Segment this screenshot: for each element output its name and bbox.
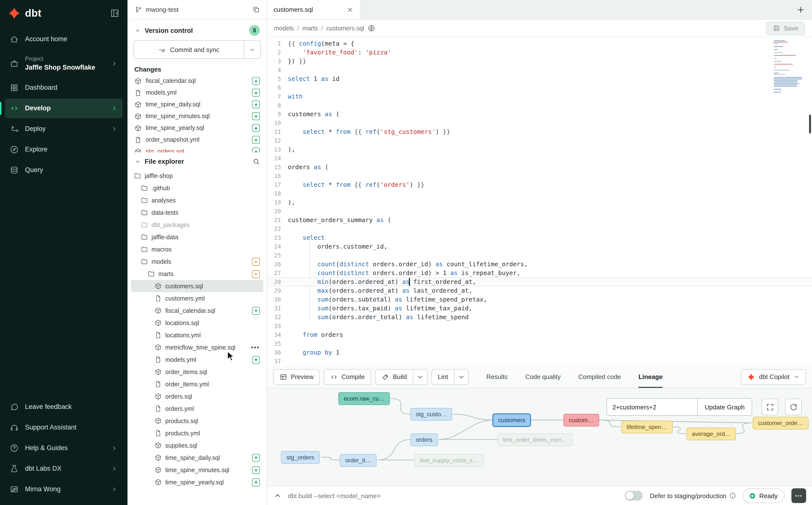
- tree-item-supplies-sql[interactable]: supplies.sql: [131, 439, 263, 452]
- collapse-sidebar-icon[interactable]: [110, 8, 120, 18]
- code-line-13[interactable]: 13),: [267, 145, 812, 154]
- stage-add-icon[interactable]: +: [252, 136, 260, 144]
- code-line-15[interactable]: 15orders as (: [267, 163, 812, 172]
- tree-item-orders-sql[interactable]: orders.sql: [131, 390, 263, 402]
- dbt-copilot-button[interactable]: dbt Copilot: [741, 369, 806, 385]
- commit-and-sync-button[interactable]: Commit and sync: [134, 41, 244, 58]
- file-explorer-header[interactable]: File explorer: [128, 153, 267, 169]
- change-row-models-yml[interactable]: models.yml+: [131, 87, 263, 99]
- code-line-28[interactable]: 28 min(orders.ordered_at) as first_order…: [267, 278, 812, 286]
- change-row-stg-orders-sql[interactable]: stg_orders.sql+: [131, 146, 263, 153]
- tree-item-orders-yml[interactable]: orders.yml: [131, 402, 263, 415]
- sidebar-item-dashboard[interactable]: Dashboard: [5, 78, 123, 98]
- fullscreen-button[interactable]: [762, 398, 778, 415]
- tree-item-locations-sql[interactable]: locations.sql: [131, 317, 263, 329]
- code-line-1[interactable]: 1{{ config(meta = {: [267, 39, 812, 48]
- code-line-20[interactable]: 20: [267, 207, 812, 216]
- code-line-2[interactable]: 2 'favorite_food': 'pizza': [267, 48, 812, 57]
- code-line-5[interactable]: 5select 1 as id: [267, 74, 812, 83]
- code-editor[interactable]: 1{{ config(meta = {2 'favorite_food': 'p…: [267, 37, 812, 366]
- code-line-21[interactable]: 21customer_orders_summary as (: [267, 216, 812, 224]
- tree-item-models-yml[interactable]: models.yml+: [131, 353, 263, 366]
- change-row-fiscal-calendar-sql[interactable]: fiscal_calendar.sql+: [131, 75, 263, 87]
- code-line-18[interactable]: 18: [267, 189, 812, 198]
- build-options-button[interactable]: [413, 369, 427, 384]
- build-button[interactable]: Build: [375, 369, 413, 384]
- tree-item-fiscal-calendar-sql[interactable]: fiscal_calendar.sql+: [131, 305, 263, 317]
- stage-add-icon[interactable]: +: [252, 112, 260, 120]
- compile-button[interactable]: Compile: [324, 369, 371, 385]
- lineage-node-stg-custo[interactable]: stg_custo…: [411, 408, 452, 421]
- code-line-25[interactable]: 25: [267, 251, 812, 260]
- code-line-14[interactable]: 14: [267, 154, 812, 163]
- tree-item-metricflow-time-spine-sql[interactable]: metricflow_time_spine.sql•••: [131, 341, 263, 353]
- refresh-graph-button[interactable]: [785, 398, 802, 415]
- code-line-6[interactable]: 6: [267, 83, 812, 92]
- tab-compiled-code[interactable]: Compiled code: [579, 366, 621, 388]
- close-icon[interactable]: [347, 6, 353, 13]
- code-line-29[interactable]: 29 max(orders.ordered_at) as last_ordere…: [267, 286, 812, 295]
- code-line-23[interactable]: 23 select: [267, 233, 812, 242]
- tree-item-jaffle-shop[interactable]: jaffle-shop: [131, 170, 263, 182]
- stage-add-icon[interactable]: +: [252, 89, 260, 97]
- stage-add-icon[interactable]: +: [252, 148, 260, 153]
- sidebar-item-deploy[interactable]: Deploy: [5, 119, 123, 139]
- sidebar-item-help-guides[interactable]: Help & Guides: [5, 438, 123, 458]
- code-line-17[interactable]: 17 select * from {{ ref('orders') }}: [267, 180, 812, 189]
- lineage-node-order-it[interactable]: order_it…: [340, 454, 376, 467]
- tab-customers-sql[interactable]: customers.sql: [267, 0, 360, 19]
- code-line-36[interactable]: 36 group by 1: [267, 348, 812, 357]
- tree-item-marts[interactable]: marts•: [131, 268, 263, 280]
- code-line-10[interactable]: 10: [267, 119, 812, 128]
- lineage-node-ecom-raw-cu[interactable]: ecom.raw_cu…: [338, 392, 390, 405]
- tree-item-dbt-packages[interactable]: dbt_packages: [131, 219, 263, 231]
- tree-item-customers-sql[interactable]: customers.sql: [131, 280, 263, 292]
- editor-scrollbar-thumb[interactable]: [809, 115, 811, 133]
- more-options-button[interactable]: ⋯: [791, 488, 806, 503]
- lineage-node-stg-orders[interactable]: stg_orders: [281, 451, 319, 464]
- lineage-node-customers[interactable]: customers: [493, 414, 531, 427]
- copy-branch-icon[interactable]: [253, 6, 260, 13]
- tree-item-time-spine-daily-sql[interactable]: time_spine_daily.sql+: [131, 452, 263, 464]
- minimap[interactable]: [774, 40, 804, 95]
- breadcrumb-segment[interactable]: marts: [303, 25, 318, 32]
- lineage-node-lifetime-spen[interactable]: lifetime_spen…: [621, 421, 672, 434]
- sidebar-item-query[interactable]: Query: [5, 160, 123, 180]
- tree-item-jaffle-data[interactable]: jaffle-data: [131, 231, 263, 243]
- tab-lineage[interactable]: Lineage: [638, 366, 662, 388]
- code-line-8[interactable]: 8: [267, 101, 812, 110]
- lineage-node-orders[interactable]: orders: [411, 434, 438, 446]
- code-line-9[interactable]: 9customers as (: [267, 110, 812, 119]
- code-line-7[interactable]: 7with: [267, 92, 812, 101]
- tree-item-data-tests[interactable]: data-tests: [131, 206, 263, 219]
- sidebar-item-leave-feedback[interactable]: Leave feedback: [5, 397, 123, 417]
- lint-button[interactable]: Lint: [432, 369, 454, 384]
- code-line-3[interactable]: 3}) }}: [267, 57, 812, 66]
- code-line-30[interactable]: 30 sum(orders.subtotal) as lifetime_spen…: [267, 295, 812, 304]
- tree-item-customers-yml[interactable]: customers.yml: [131, 292, 263, 305]
- lineage-node-average-ord[interactable]: average_ord…: [686, 428, 736, 440]
- sidebar-item-project[interactable]: ProjectJaffle Shop Snowflake: [5, 50, 123, 77]
- tree-item-time-spine-minutes-sql[interactable]: time_spine_minutes.sql+: [131, 464, 263, 476]
- code-line-35[interactable]: 35: [267, 339, 812, 348]
- change-row-time-spine-yearly-sql[interactable]: time_spine_yearly.sql+: [131, 122, 263, 134]
- version-control-header[interactable]: Version control 8: [128, 20, 267, 39]
- update-graph-button[interactable]: Update Graph: [698, 398, 752, 416]
- tree-item-order-items-yml[interactable]: order_items.yml: [131, 378, 263, 390]
- lineage-node-custom[interactable]: custom…: [563, 414, 599, 427]
- tree-item-macros[interactable]: macros: [131, 243, 263, 256]
- save-button[interactable]: Save: [766, 21, 805, 35]
- change-row-time-spine-minutes-sql[interactable]: time_spine_minutes.sql+: [131, 110, 263, 122]
- info-icon[interactable]: [729, 492, 736, 499]
- tab-code-quality[interactable]: Code quality: [525, 366, 561, 388]
- tree-item-products-yml[interactable]: products.yml: [131, 427, 263, 439]
- code-line-24[interactable]: 24 orders.customer_id,: [267, 242, 812, 251]
- lineage-node-test-order-items-com[interactable]: test_order_items_com…: [498, 434, 573, 446]
- sidebar-item-support-assistant[interactable]: Support Assistant: [5, 418, 123, 437]
- tree-item-models[interactable]: models•: [131, 256, 263, 268]
- sidebar-item-explore[interactable]: Explore: [5, 140, 123, 159]
- sidebar-item-dbt-labs-dx[interactable]: dbt Labs DX: [5, 459, 123, 479]
- code-line-34[interactable]: 34 from orders: [267, 330, 812, 339]
- status-badge[interactable]: Ready: [743, 488, 785, 503]
- code-line-27[interactable]: 27 count(distinct orders.order_id) > 1 a…: [267, 269, 812, 278]
